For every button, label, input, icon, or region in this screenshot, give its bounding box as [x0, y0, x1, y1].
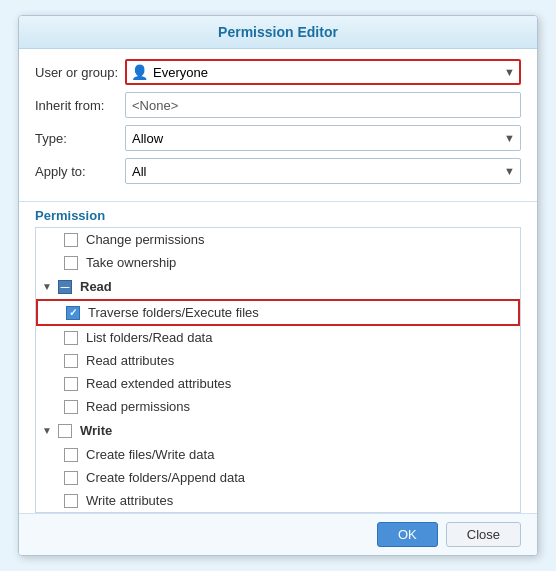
perm-item-take-ownership: Take ownership: [36, 251, 520, 274]
apply-to-row: Apply to: All Files only Folders only ▼: [35, 158, 521, 184]
type-row: Type: Allow Deny ▼: [35, 125, 521, 151]
user-or-group-row: User or group: 👤 Everyone Administrator …: [35, 59, 521, 85]
checkbox-list-folders[interactable]: [64, 331, 78, 345]
perm-label-list-folders: List folders/Read data: [86, 330, 212, 345]
perm-label-write-attributes: Write attributes: [86, 493, 173, 508]
collapse-read-icon[interactable]: ▼: [40, 280, 54, 294]
perm-label-take-ownership: Take ownership: [86, 255, 176, 270]
perm-item-traverse-folders: Traverse folders/Execute files: [36, 299, 520, 326]
perm-label-change-permissions: Change permissions: [86, 232, 205, 247]
collapse-write-icon[interactable]: ▼: [40, 424, 54, 438]
perm-item-list-folders: List folders/Read data: [36, 326, 520, 349]
dialog-footer: OK Close: [19, 513, 537, 555]
checkbox-read-attributes[interactable]: [64, 354, 78, 368]
perm-label-write-group: Write: [80, 423, 112, 438]
checkbox-write-group[interactable]: [58, 424, 72, 438]
checkbox-create-files[interactable]: [64, 448, 78, 462]
type-select[interactable]: Allow Deny: [125, 125, 521, 151]
checkbox-take-ownership[interactable]: [64, 256, 78, 270]
perm-item-create-files: Create files/Write data: [36, 443, 520, 466]
user-or-group-label: User or group:: [35, 65, 125, 80]
checkbox-read-extended-attributes[interactable]: [64, 377, 78, 391]
perm-label-read-extended-attributes: Read extended attributes: [86, 376, 231, 391]
perm-item-read-group: ▼ Read: [36, 274, 520, 299]
perm-label-traverse-folders: Traverse folders/Execute files: [88, 305, 259, 320]
perm-label-create-folders: Create folders/Append data: [86, 470, 245, 485]
permission-editor-dialog: Permission Editor User or group: 👤 Every…: [18, 15, 538, 556]
inherit-from-value: <None>: [125, 92, 521, 118]
perm-item-write-group: ▼ Write: [36, 418, 520, 443]
checkbox-write-attributes[interactable]: [64, 494, 78, 508]
checkbox-read-group[interactable]: [58, 280, 72, 294]
apply-to-select[interactable]: All Files only Folders only: [125, 158, 521, 184]
user-or-group-select[interactable]: Everyone Administrator Users: [125, 59, 521, 85]
permission-section-label: Permission: [19, 202, 537, 227]
permission-section: Permission Change permissions Take owner…: [19, 201, 537, 513]
perm-item-read-attributes: Read attributes: [36, 349, 520, 372]
apply-to-label: Apply to:: [35, 164, 125, 179]
checkbox-change-permissions[interactable]: [64, 233, 78, 247]
type-label: Type:: [35, 131, 125, 146]
perm-label-read-group: Read: [80, 279, 112, 294]
perm-label-create-files: Create files/Write data: [86, 447, 214, 462]
checkbox-read-permissions[interactable]: [64, 400, 78, 414]
perm-item-read-permissions: Read permissions: [36, 395, 520, 418]
form-section: User or group: 👤 Everyone Administrator …: [19, 49, 537, 197]
perm-item-change-permissions: Change permissions: [36, 228, 520, 251]
perm-label-read-permissions: Read permissions: [86, 399, 190, 414]
inherit-from-row: Inherit from: <None>: [35, 92, 521, 118]
permission-list: Change permissions Take ownership ▼ Read…: [35, 227, 521, 513]
type-select-wrapper: Allow Deny ▼: [125, 125, 521, 151]
perm-item-read-extended-attributes: Read extended attributes: [36, 372, 520, 395]
perm-label-read-attributes: Read attributes: [86, 353, 174, 368]
perm-item-write-attributes: Write attributes: [36, 489, 520, 512]
ok-button[interactable]: OK: [377, 522, 438, 547]
apply-to-select-wrapper: All Files only Folders only ▼: [125, 158, 521, 184]
inherit-from-label: Inherit from:: [35, 98, 125, 113]
checkbox-create-folders[interactable]: [64, 471, 78, 485]
user-or-group-select-wrapper: 👤 Everyone Administrator Users ▼: [125, 59, 521, 85]
checkbox-traverse-folders[interactable]: [66, 306, 80, 320]
perm-item-create-folders: Create folders/Append data: [36, 466, 520, 489]
close-button[interactable]: Close: [446, 522, 521, 547]
dialog-title: Permission Editor: [19, 16, 537, 49]
